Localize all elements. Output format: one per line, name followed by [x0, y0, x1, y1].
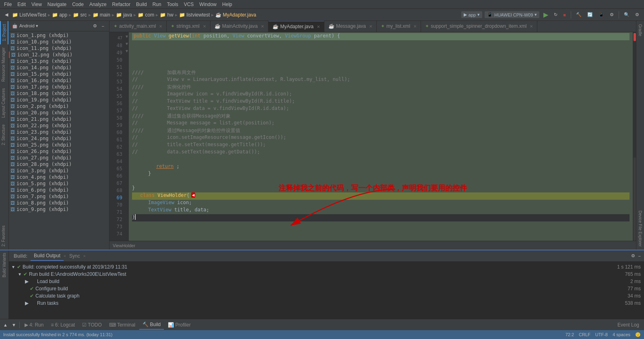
tree-item-icon27[interactable]: 🖼 icon_27.png (xhdpi) [9, 155, 109, 161]
project-view-label[interactable]: Android ▾ [19, 23, 38, 29]
menu-refactor[interactable]: Refactor [110, 1, 133, 8]
vtab-resource-manager[interactable]: Resource Manager [0, 44, 8, 85]
menu-analyze[interactable]: Analyze [87, 1, 109, 8]
toolbar-nav-back[interactable]: ◀ [3, 11, 10, 18]
tree-item-icon11[interactable]: 🖼 icon_11.png (xhdpi) [9, 45, 109, 52]
bottom-toolbar-icon1[interactable]: ▲ [2, 322, 9, 328]
tree-item-icon24[interactable]: 🖼 icon_24.png (xhdpi) [9, 135, 109, 142]
tab-my-list-xml[interactable]: ✦ my_list.xml ✕ [377, 21, 421, 32]
avd-button[interactable]: 📱 [597, 11, 606, 18]
settings-button[interactable]: ⚙ [634, 11, 641, 18]
tree-item-icon6[interactable]: 🖼 icon_6.png (xhdpi) [9, 187, 109, 193]
run-button[interactable]: ▶ [542, 10, 550, 19]
tree-item-icon4[interactable]: 🖼 icon_4.png (xhdpi) [9, 174, 109, 180]
breadcrumb-main[interactable]: 📁 main [93, 12, 110, 18]
tree-item-icon12[interactable]: 🖼 icon_12.png (xhdpi) [9, 52, 109, 58]
tree-item-icon9[interactable]: 🖼 icon_9.png (xhdpi) [9, 206, 109, 213]
bottom-run-tab[interactable]: ▶ 4: Run [21, 320, 47, 329]
tree-item-icon23[interactable]: 🖼 icon_23.png (xhdpi) [9, 129, 109, 135]
tree-item-icon15[interactable]: 🖼 icon_15.png (xhdpi) [9, 71, 109, 77]
tree-item-icon10[interactable]: 🖼 icon_10.png (xhdpi) [9, 39, 109, 45]
vtab-device-file-explorer[interactable]: Device File Explorer [637, 207, 644, 250]
tab-close-message[interactable]: ✕ [369, 24, 372, 29]
sync-button[interactable]: 🔄 [586, 11, 594, 18]
menu-run[interactable]: Run [150, 1, 164, 8]
tab-message-java[interactable]: ☕ Message.java ✕ [324, 21, 377, 32]
tree-item-icon5[interactable]: 🖼 icon_5.png (xhdpi) [9, 180, 109, 187]
vtab-layout-captures[interactable]: Layout Captures [0, 85, 8, 121]
menu-window[interactable]: Window [197, 1, 219, 8]
tree-item-icon25[interactable]: 🖼 icon_25.png (xhdpi) [9, 142, 109, 148]
tree-item-icon2[interactable]: 🖼 icon_2.png (xhdpi) [9, 103, 109, 110]
bottom-tab-sync[interactable]: Sync [66, 252, 83, 260]
tree-item-icon16[interactable]: 🖼 icon_16.png (xhdpi) [9, 77, 109, 84]
tab-close-spinner[interactable]: ✕ [530, 24, 533, 29]
project-collapse[interactable]: − [100, 23, 106, 29]
tree-item-icon13[interactable]: 🖼 icon_13.png (xhdpi) [9, 58, 109, 64]
menu-edit[interactable]: Edit [15, 1, 28, 8]
scrollbar-right[interactable] [633, 32, 636, 241]
tree-item-icon21[interactable]: 🖼 icon_21.png (xhdpi) [9, 116, 109, 122]
tab-close-myadapter[interactable]: ✕ [317, 25, 320, 29]
breadcrumb-java[interactable]: 📁 java [116, 12, 132, 18]
code-editor[interactable]: 47 48 49 50 51 52 53 54 55 56 57 58 59 6… [109, 32, 636, 241]
breadcrumb-file[interactable]: ☕ MyAdapter.java [215, 12, 256, 18]
run-config[interactable]: ▶ app ▾ [461, 11, 482, 18]
tab-close-my-list[interactable]: ✕ [413, 24, 417, 29]
breadcrumb-com[interactable]: 📁 com [138, 12, 154, 18]
bottom-toolbar-icon2[interactable]: ▼ [10, 322, 18, 328]
build-button[interactable]: 🔨 [574, 11, 583, 18]
breadcrumb-src[interactable]: 📁 src [73, 12, 87, 18]
tree-item-icon22[interactable]: 🖼 icon_22.png (xhdpi) [9, 122, 109, 129]
tree-item-icon19[interactable]: 🖼 icon_19.png (xhdpi) [9, 97, 109, 103]
tree-item-icon1[interactable]: 🖼 icon_1.png (xhdpi) [9, 32, 109, 39]
stop-button[interactable]: ■ [561, 12, 568, 18]
tree-item-icon3[interactable]: 🖼 icon_3.png (xhdpi) [9, 167, 109, 174]
breadcrumb-app[interactable]: 📁 app [52, 12, 67, 18]
vtab-build-variants[interactable]: Build Variants [1, 250, 8, 280]
tree-item-icon8[interactable]: 🖼 icon_8.png (xhdpi) [9, 200, 109, 206]
code-content[interactable]: public View getView(int position, View c… [129, 32, 633, 241]
rerun-button[interactable]: ↻ [552, 11, 559, 18]
menu-view[interactable]: View [29, 1, 44, 8]
bottom-todo-tab[interactable]: ☑ TODO [79, 320, 105, 329]
tree-item-icon17[interactable]: 🖼 icon_17.png (xhdpi) [9, 84, 109, 90]
breadcrumb-hw[interactable]: 📁 hw [160, 12, 173, 18]
vtab-gradle[interactable]: Gradle [637, 21, 644, 39]
tab-myadapter-java[interactable]: ☕ MyAdapter.java ✕ [268, 21, 324, 32]
menu-code[interactable]: Code [70, 1, 86, 8]
bottom-tab-sync-close[interactable]: ✕ [83, 254, 86, 258]
tree-item-icon18[interactable]: 🖼 icon_18.png (xhdpi) [9, 90, 109, 97]
tab-spinner-xml[interactable]: ✦ support_simple_spinner_dropdown_item.x… [421, 21, 537, 32]
cursor-position[interactable]: 72:2 [566, 332, 574, 337]
menu-help[interactable]: Help [220, 1, 235, 8]
sdk-button[interactable]: ⚙ [608, 11, 615, 18]
vtab-structure[interactable]: 2: Structure [0, 121, 8, 149]
breadcrumb-listviewtest[interactable]: 📁 listviewtest [179, 12, 210, 18]
encoding[interactable]: UTF-8 [595, 332, 608, 337]
indent-settings[interactable]: 4 spaces [613, 332, 630, 337]
menu-vcs[interactable]: VCS [182, 1, 196, 8]
menu-tools[interactable]: Tools [165, 1, 181, 8]
tree-item-icon28[interactable]: 🖼 icon_28.png (xhdpi) [9, 161, 109, 167]
tab-close-mainactivity[interactable]: ✕ [261, 24, 264, 29]
tab-close-strings[interactable]: ✕ [203, 24, 206, 29]
project-settings[interactable]: ⚙ [91, 23, 99, 29]
tab-close-activity-main[interactable]: ✕ [159, 24, 162, 29]
bottom-tab-build-output[interactable]: Build Output [31, 251, 64, 261]
line-ending[interactable]: CRLF [579, 332, 590, 337]
tree-item-icon20[interactable]: 🖼 icon_20.png (xhdpi) [9, 110, 109, 116]
event-log-tab[interactable]: Event Log [614, 320, 642, 329]
bottom-settings[interactable]: ⚙ [630, 252, 637, 259]
tree-item-icon7[interactable]: 🖼 icon_7.png (xhdpi) [9, 193, 109, 200]
menu-build[interactable]: Build [134, 1, 149, 8]
tree-item-icon14[interactable]: 🖼 icon_14.png (xhdpi) [9, 64, 109, 71]
search-everywhere[interactable]: 🔍 [622, 11, 631, 18]
tab-mainactivity-java[interactable]: ☕ MainActivity.java ✕ [211, 21, 268, 32]
vtab-project[interactable]: 1: Project [0, 21, 8, 44]
bottom-terminal-tab[interactable]: ⌨ Terminal [106, 320, 138, 329]
tab-activity-main-xml[interactable]: ✦ activity_main.xml ✕ [109, 21, 167, 32]
tree-item-icon26[interactable]: 🖼 icon_26.png (xhdpi) [9, 148, 109, 155]
menu-navigate[interactable]: Navigate [45, 1, 69, 8]
menu-file[interactable]: File [2, 1, 14, 8]
